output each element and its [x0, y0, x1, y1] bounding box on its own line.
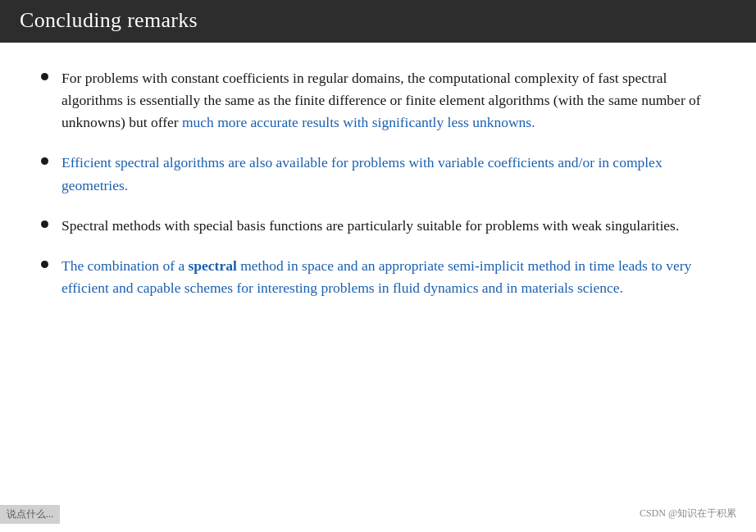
bullet-dot [41, 221, 48, 228]
slide-header: Concluding remarks [0, 0, 756, 43]
list-item: The combination of a spectral method in … [41, 255, 715, 299]
list-item: Efficient spectral algorithms are also a… [41, 152, 715, 196]
list-item: For problems with constant coefficients … [41, 67, 715, 134]
slide: Concluding remarks For problems with con… [0, 0, 756, 532]
bullet-dot [41, 157, 48, 165]
bullet-text: Spectral methods with special basis func… [61, 215, 715, 237]
slide-content: For problems with constant coefficients … [0, 43, 756, 334]
slide-title: Concluding remarks [20, 8, 198, 33]
list-item: Spectral methods with special basis func… [41, 215, 715, 237]
bullet-dot [41, 73, 48, 80]
bullet-text-blue: much more accurate results with signific… [182, 114, 535, 130]
bullet-text: Efficient spectral algorithms are also a… [61, 152, 715, 196]
bullet-dot [41, 261, 48, 268]
bullet-list: For problems with constant coefficients … [41, 67, 715, 299]
bullet-text: The combination of a spectral method in … [61, 255, 715, 299]
bullet-text: For problems with constant coefficients … [61, 67, 715, 134]
watermark-text: 说点什么... [0, 505, 60, 524]
footer-text: CSDN @知识在于积累 [640, 507, 736, 521]
bold-spectral: spectral [189, 257, 237, 274]
